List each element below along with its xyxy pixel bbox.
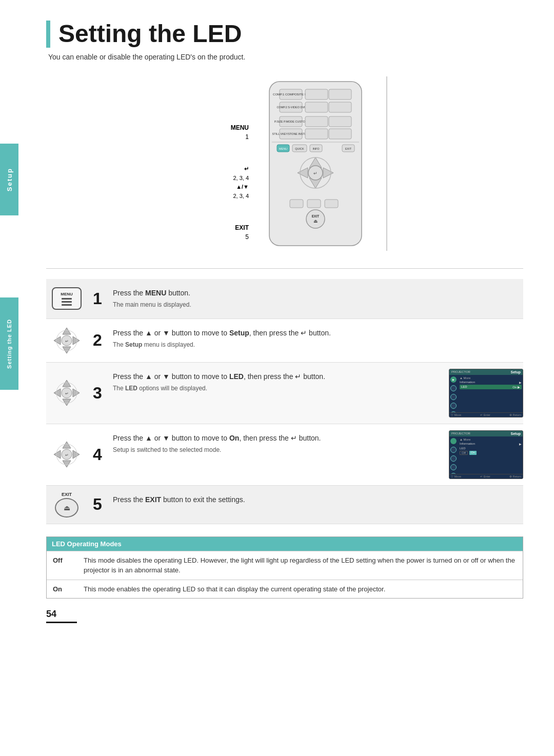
divider (46, 268, 523, 269)
remote-area: MENU 1 ↵ 2, 3, 4 ▲/▼ 2, 3, 4 EXIT 5 (46, 76, 523, 253)
step-5-screenshot (446, 492, 523, 518)
page-number-section: 54 (46, 609, 523, 623)
step-3-text: Press the ▲ or ▼ button to move to LED, … (108, 369, 446, 417)
svg-marker-42 (73, 336, 80, 345)
step-1-text: Press the MENU button. The main menu is … (108, 285, 446, 312)
svg-text:↵: ↵ (65, 339, 69, 344)
led-mode-on-description: This mode enables the operating LED so t… (77, 580, 523, 598)
page-number: 54 (46, 609, 523, 620)
svg-marker-55 (54, 450, 61, 459)
dpad-icon-4: ↵ (51, 439, 82, 470)
svg-marker-53 (63, 442, 71, 448)
svg-text:INFO: INFO (312, 147, 320, 150)
svg-text:MENU: MENU (279, 147, 287, 150)
step-4-screenshot: PROJECTOR Setup ▲ More I (446, 430, 523, 479)
sidebar-setup: Setup (0, 144, 18, 215)
svg-marker-39 (63, 328, 71, 334)
svg-rect-7 (305, 102, 328, 112)
led-mode-on-row: On This mode enables the operating LED s… (47, 580, 523, 598)
step-5-icon: EXIT ⏏ (46, 492, 87, 518)
step-3-icon: ↵ (46, 369, 87, 417)
svg-rect-4 (329, 89, 351, 100)
svg-rect-12 (329, 116, 351, 127)
step-4-icon: ↵ (46, 430, 87, 479)
step-3-row: ↵ 3 Press the ▲ or ▼ button to move to L… (46, 363, 523, 424)
step-2-row: ↵ 2 Press the ▲ or ▼ button to move to S… (46, 319, 523, 363)
led-mode-off-row: Off This mode disables the operating LED… (47, 551, 523, 580)
led-operating-modes-table: Off This mode disables the operating LED… (47, 551, 523, 599)
svg-marker-41 (54, 336, 61, 345)
sidebar-setting-label: Setting the LED (6, 319, 12, 369)
step-2-screenshot (446, 325, 523, 356)
dpad-icon-3: ↵ (51, 377, 82, 408)
svg-rect-11 (305, 116, 328, 127)
step-5-row: EXIT ⏏ 5 Press the EXIT button to exit t… (46, 486, 523, 524)
svg-text:↵: ↵ (65, 453, 69, 457)
svg-text:↵: ↵ (313, 171, 318, 176)
led-mode-on-label: On (47, 580, 77, 598)
svg-text:↵: ↵ (65, 391, 69, 396)
remote-updown-label: ↵ 2, 3, 4 (233, 164, 249, 182)
svg-text:⏏: ⏏ (313, 218, 318, 224)
svg-text:P.SIZE P.MODE CUSTOM: P.SIZE P.MODE CUSTOM (274, 120, 308, 123)
svg-rect-16 (329, 129, 351, 139)
svg-text:STILL VKEYSTONE INSTALL: STILL VKEYSTONE INSTALL (272, 132, 310, 135)
steps-area: MENU 1 Press the MENU button. The main m… (46, 279, 523, 524)
led-table-header: LED Operating Modes (47, 537, 523, 551)
led-mode-off-description: This mode disables the operating LED. Ho… (77, 551, 523, 580)
step-2-icon: ↵ (46, 325, 87, 356)
step-5-number: 5 (87, 492, 108, 518)
page-number-line (46, 622, 77, 623)
remote-menu-label: MENU 1 (231, 123, 249, 141)
svg-rect-3 (305, 89, 328, 100)
svg-text:EXIT: EXIT (312, 214, 319, 218)
menu-button-icon: MENU (52, 287, 82, 310)
page-subtitle: You can enable or disable the operating … (48, 53, 523, 61)
svg-marker-49 (73, 389, 80, 397)
step-5-text: Press the EXIT button to exit the settin… (108, 492, 446, 518)
step-1-screenshot (446, 285, 523, 312)
svg-text:COMP.1  COMPOSITE  PC: COMP.1 COMPOSITE PC (273, 93, 309, 96)
svg-rect-8 (329, 102, 351, 112)
remote-arrows-label: ▲/▼ 2, 3, 4 (233, 182, 249, 200)
step-1-icon: MENU (46, 285, 87, 312)
led-mode-off-label: Off (47, 551, 77, 580)
step-2-text: Press the ▲ or ▼ button to move to Setup… (108, 325, 446, 356)
svg-text:QUICK: QUICK (295, 147, 304, 150)
step-2-number: 2 (87, 325, 108, 356)
svg-text:EXIT: EXIT (345, 147, 352, 150)
led-table-section: LED Operating Modes Off This mode disabl… (46, 536, 523, 599)
svg-text:COMP.2 S-VIDEO DVI: COMP.2 S-VIDEO DVI (276, 106, 305, 109)
step-1-number: 1 (87, 285, 108, 312)
step-3-screenshot: PROJECTOR Setup ▶ ▲ More (446, 369, 523, 417)
svg-marker-47 (63, 399, 71, 406)
svg-marker-46 (63, 380, 71, 387)
svg-rect-33 (290, 200, 303, 208)
svg-marker-56 (73, 450, 80, 459)
step-4-number: 4 (87, 430, 108, 479)
main-content: Setting the LED You can enable or disabl… (26, 0, 554, 644)
svg-rect-34 (307, 200, 321, 208)
svg-rect-15 (305, 129, 328, 139)
step-3-number: 3 (87, 369, 108, 417)
page-title: Setting the LED (46, 21, 523, 48)
step-1-row: MENU 1 Press the MENU button. The main m… (46, 279, 523, 319)
svg-rect-35 (325, 200, 338, 208)
step-4-row: ↵ 4 Press the ▲ or ▼ button to move to O… (46, 424, 523, 486)
svg-marker-54 (63, 461, 71, 467)
sidebar-setting-the-led: Setting the LED (0, 297, 18, 390)
sidebar: Setup Setting the LED (0, 0, 25, 756)
svg-marker-40 (63, 347, 71, 353)
step-4-text: Press the ▲ or ▼ button to move to On, t… (108, 430, 446, 479)
remote-exit-label: EXIT 5 (235, 223, 249, 241)
remote-control-image: COMP.1 COMPOSITE PC COMP.2 S-VIDEO DVI P… (259, 76, 372, 253)
sidebar-setup-label: Setup (6, 168, 13, 191)
dpad-icon-2: ↵ (51, 325, 82, 356)
svg-marker-48 (54, 389, 61, 397)
